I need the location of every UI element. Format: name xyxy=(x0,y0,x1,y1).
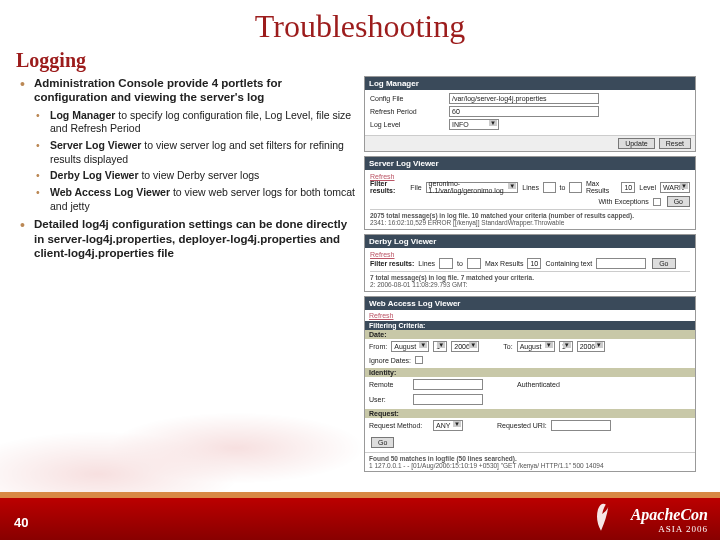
lines-to-input[interactable] xyxy=(569,182,582,193)
reset-button[interactable]: Reset xyxy=(659,138,691,149)
field-label: Refresh Period xyxy=(370,108,445,115)
to-month-select[interactable]: August xyxy=(517,341,555,352)
nested-bullet: Log Manager to specify log configuration… xyxy=(34,109,356,136)
section-header: Filtering Criteria: xyxy=(365,321,695,330)
apache-feather-icon xyxy=(587,502,615,532)
log-line: 2341: 16:02:10,529 ERROR [[/kenya]] Stan… xyxy=(370,219,690,226)
panel-header: Log Manager xyxy=(365,77,695,90)
max-results-input[interactable]: 10 xyxy=(527,258,541,269)
footer-bar: 40 ApacheCon ASIA 2006 xyxy=(0,492,720,540)
nested-bullet: Derby Log Viewer to view Derby server lo… xyxy=(34,169,356,183)
to-day-select[interactable]: 1 xyxy=(559,341,573,352)
derby-log-viewer-panel: Derby Log Viewer Refresh Filter results:… xyxy=(364,234,696,292)
content-area: Administration Console provide 4 portlet… xyxy=(0,76,720,476)
update-button[interactable]: Update xyxy=(618,138,655,149)
from-year-select[interactable]: 2006 xyxy=(451,341,479,352)
to-year-select[interactable]: 2006 xyxy=(577,341,605,352)
server-log-viewer-panel: Server Log Viewer Refresh Filter results… xyxy=(364,156,696,230)
log-level-select[interactable]: INFO xyxy=(449,119,499,130)
field-label: Config File xyxy=(370,95,445,102)
filter-label: Filter results: xyxy=(370,260,414,267)
containing-text-input[interactable] xyxy=(596,258,646,269)
file-select[interactable]: geronimo-1.1/var/log/geronimo.log xyxy=(426,182,519,193)
subsection-header: Identity: xyxy=(365,368,695,377)
go-button[interactable]: Go xyxy=(371,437,394,448)
results-count: 2075 total message(s) in log file. 10 ma… xyxy=(370,212,634,219)
refresh-link[interactable]: Refresh xyxy=(369,312,394,319)
uri-input[interactable] xyxy=(551,420,611,431)
bullet-column: Administration Console provide 4 portlet… xyxy=(16,76,356,476)
brand-sub: ASIA 2006 xyxy=(631,524,708,534)
refresh-link[interactable]: Refresh xyxy=(370,251,395,258)
slide-subtitle: Logging xyxy=(0,49,720,76)
lines-to-input[interactable] xyxy=(467,258,481,269)
web-access-log-viewer-panel: Web Access Log Viewer Refresh Filtering … xyxy=(364,296,696,472)
bullet-item: Administration Console provide 4 portlet… xyxy=(16,76,356,213)
page-number: 40 xyxy=(14,515,28,530)
bullet-text: Administration Console provide 4 portlet… xyxy=(34,76,356,105)
bullet-text: Detailed log4j configuration settings ca… xyxy=(34,217,356,260)
exceptions-checkbox[interactable] xyxy=(653,198,661,206)
level-select[interactable]: WARN xyxy=(660,182,690,193)
method-select[interactable]: ANY xyxy=(433,420,463,431)
remote-input[interactable] xyxy=(413,379,483,390)
lines-from-input[interactable] xyxy=(543,182,556,193)
panel-header: Derby Log Viewer xyxy=(365,235,695,248)
go-button[interactable]: Go xyxy=(652,258,675,269)
log-line: 2: 2006-08-01 11:08:29.793 GMT: xyxy=(370,281,690,288)
from-month-select[interactable]: August xyxy=(391,341,429,352)
field-label: Log Level xyxy=(370,121,445,128)
results-count: 7 total message(s) in log file. 7 matche… xyxy=(370,274,534,281)
panel-header: Web Access Log Viewer xyxy=(365,297,695,310)
brand-block: ApacheCon ASIA 2006 xyxy=(631,506,708,534)
subsection-header: Request: xyxy=(365,409,695,418)
lines-from-input[interactable] xyxy=(439,258,453,269)
go-button[interactable]: Go xyxy=(667,196,690,207)
ignore-dates-checkbox[interactable] xyxy=(415,356,423,364)
max-results-input[interactable]: 10 xyxy=(621,182,635,193)
screenshot-column: Log Manager Config File/var/log/server-l… xyxy=(356,76,696,476)
brand-name: ApacheCon xyxy=(631,506,708,524)
nested-bullet: Web Access Log Viewer to view web server… xyxy=(34,186,356,213)
results-count: Found 50 matches in logfile (50 lines se… xyxy=(369,455,517,462)
log-line: 1 127.0.0.1 - - [01/Aug/2006:15:10:19 +0… xyxy=(369,462,691,469)
from-day-select[interactable]: 1 xyxy=(433,341,447,352)
config-file-input[interactable]: /var/log/server-log4j.properties xyxy=(449,93,599,104)
slide-title: Troubleshooting xyxy=(0,0,720,49)
log-manager-panel: Log Manager Config File/var/log/server-l… xyxy=(364,76,696,152)
nested-bullet: Server Log Viewer to view server log and… xyxy=(34,139,356,166)
filter-label: Filter results: xyxy=(370,180,406,194)
user-input[interactable] xyxy=(413,394,483,405)
subsection-header: Date: xyxy=(365,330,695,339)
refresh-link[interactable]: Refresh xyxy=(370,173,395,180)
refresh-period-input[interactable]: 60 xyxy=(449,106,599,117)
panel-header: Server Log Viewer xyxy=(365,157,695,170)
bullet-item: Detailed log4j configuration settings ca… xyxy=(16,217,356,260)
